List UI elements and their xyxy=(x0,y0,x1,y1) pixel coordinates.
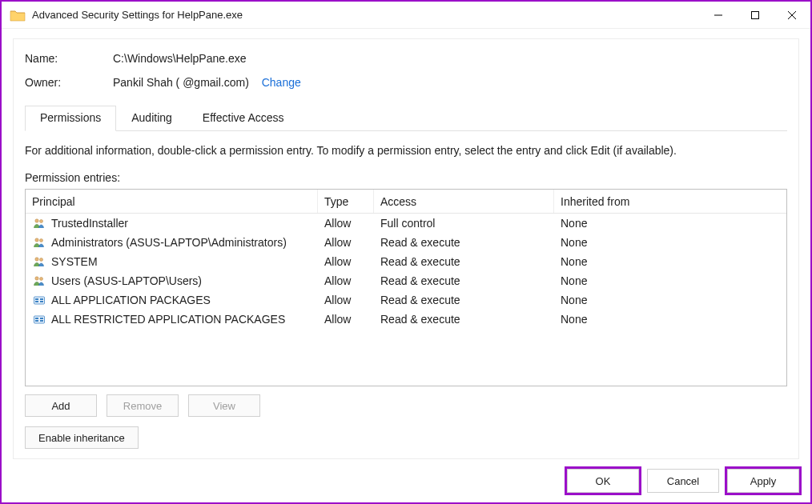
table-row[interactable]: ALL APPLICATION PACKAGESAllowRead & exec… xyxy=(26,290,786,310)
permission-entries-label: Permission entries: xyxy=(25,171,787,184)
svg-rect-21 xyxy=(40,320,43,322)
access-cell: Read & execute xyxy=(374,255,554,268)
close-button[interactable] xyxy=(774,2,810,29)
table-row[interactable]: ALL RESTRICTED APPLICATION PACKAGESAllow… xyxy=(26,310,786,329)
users-icon xyxy=(32,235,46,250)
cancel-button[interactable]: Cancel xyxy=(647,469,719,493)
svg-rect-15 xyxy=(40,298,43,300)
svg-rect-17 xyxy=(34,316,45,323)
tab-auditing[interactable]: Auditing xyxy=(116,106,187,130)
enable-inheritance-button[interactable]: Enable inheritance xyxy=(25,426,139,449)
inherited-cell: None xyxy=(554,255,786,268)
info-text: For additional information, double-click… xyxy=(25,144,787,157)
type-cell: Allow xyxy=(318,294,374,306)
svg-point-10 xyxy=(35,277,38,280)
principal-cell: ALL APPLICATION PACKAGES xyxy=(51,294,211,306)
inherited-cell: None xyxy=(554,236,786,249)
svg-rect-20 xyxy=(40,318,43,319)
name-label: Name: xyxy=(25,52,113,65)
entry-buttons: Add Remove View xyxy=(25,394,787,417)
inherited-cell: None xyxy=(554,313,786,326)
principal-cell: SYSTEM xyxy=(51,255,98,268)
footer: OK Cancel Apply xyxy=(2,459,810,502)
tab-permissions[interactable]: Permissions xyxy=(25,106,116,131)
svg-rect-19 xyxy=(35,320,38,322)
apply-button[interactable]: Apply xyxy=(727,469,799,493)
svg-rect-14 xyxy=(35,301,38,302)
group-panel: Name: C:\Windows\HelpPane.exe Owner: Pan… xyxy=(13,38,799,459)
users-icon xyxy=(32,216,46,230)
ok-button[interactable]: OK xyxy=(567,469,639,493)
inherited-cell: None xyxy=(554,217,786,230)
type-cell: Allow xyxy=(318,217,374,230)
tabs: Permissions Auditing Effective Access xyxy=(25,105,787,131)
package-icon xyxy=(32,293,46,307)
inheritance-row: Enable inheritance xyxy=(25,426,787,449)
type-cell: Allow xyxy=(318,236,374,249)
table-row[interactable]: Administrators (ASUS-LAPTOP\Administrato… xyxy=(26,233,786,252)
name-value: C:\Windows\HelpPane.exe xyxy=(113,52,787,65)
svg-point-9 xyxy=(40,258,43,262)
window-title: Advanced Security Settings for HelpPane.… xyxy=(32,9,700,21)
inherited-cell: None xyxy=(554,274,786,287)
access-cell: Read & execute xyxy=(374,274,554,287)
svg-point-6 xyxy=(35,238,38,242)
package-icon xyxy=(32,312,46,326)
table-header: Principal Type Access Inherited from xyxy=(26,190,786,214)
svg-rect-18 xyxy=(35,318,38,319)
name-row: Name: C:\Windows\HelpPane.exe xyxy=(25,52,787,65)
principal-cell: Administrators (ASUS-LAPTOP\Administrato… xyxy=(51,236,287,249)
owner-value-text: Pankil Shah ( @gmail.com) xyxy=(113,76,249,89)
access-cell: Read & execute xyxy=(374,294,554,306)
svg-rect-16 xyxy=(40,301,43,302)
remove-button[interactable]: Remove xyxy=(107,394,179,417)
type-cell: Allow xyxy=(318,255,374,268)
svg-point-7 xyxy=(40,239,43,242)
tab-effective-access[interactable]: Effective Access xyxy=(187,106,299,130)
table-row[interactable]: Users (ASUS-LAPTOP\Users)AllowRead & exe… xyxy=(26,271,786,290)
col-header-access[interactable]: Access xyxy=(374,190,554,213)
svg-point-4 xyxy=(35,219,38,222)
svg-point-11 xyxy=(40,278,43,281)
svg-rect-13 xyxy=(35,298,38,300)
owner-row: Owner: Pankil Shah ( @gmail.com) Change xyxy=(25,76,787,89)
minimize-button[interactable] xyxy=(700,2,737,29)
window: Advanced Security Settings for HelpPane.… xyxy=(0,0,812,504)
owner-value: Pankil Shah ( @gmail.com) Change xyxy=(113,76,787,89)
table-body: TrustedInstallerAllowFull controlNoneAdm… xyxy=(26,214,786,329)
table-row[interactable]: TrustedInstallerAllowFull controlNone xyxy=(26,214,786,233)
principal-cell: TrustedInstaller xyxy=(51,217,128,230)
type-cell: Allow xyxy=(318,313,374,326)
body: Name: C:\Windows\HelpPane.exe Owner: Pan… xyxy=(2,29,810,459)
inherited-cell: None xyxy=(554,294,786,306)
add-button[interactable]: Add xyxy=(25,394,97,417)
svg-point-8 xyxy=(35,258,38,261)
svg-rect-12 xyxy=(34,297,45,304)
principal-cell: Users (ASUS-LAPTOP\Users) xyxy=(51,274,202,287)
type-cell: Allow xyxy=(318,274,374,287)
col-header-principal[interactable]: Principal xyxy=(26,190,318,213)
principal-cell: ALL RESTRICTED APPLICATION PACKAGES xyxy=(51,313,285,326)
users-icon xyxy=(32,254,46,269)
access-cell: Read & execute xyxy=(374,236,554,249)
owner-label: Owner: xyxy=(25,76,113,89)
col-header-inherited[interactable]: Inherited from xyxy=(554,190,786,213)
access-cell: Full control xyxy=(374,217,554,230)
maximize-button[interactable] xyxy=(737,2,774,29)
svg-point-5 xyxy=(40,220,43,223)
titlebar: Advanced Security Settings for HelpPane.… xyxy=(2,2,810,29)
col-header-type[interactable]: Type xyxy=(318,190,374,213)
access-cell: Read & execute xyxy=(374,313,554,326)
view-button[interactable]: View xyxy=(188,394,260,417)
permission-table: Principal Type Access Inherited from Tru… xyxy=(25,189,787,386)
svg-rect-1 xyxy=(752,11,759,18)
folder-icon xyxy=(10,9,26,22)
change-owner-link[interactable]: Change xyxy=(262,76,301,89)
table-row[interactable]: SYSTEMAllowRead & executeNone xyxy=(26,252,786,271)
users-icon xyxy=(32,274,46,288)
